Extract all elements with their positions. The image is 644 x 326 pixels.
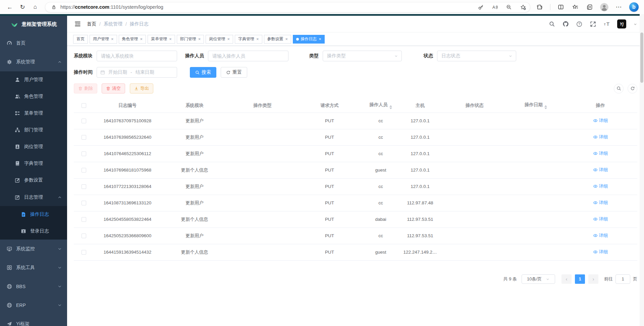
refresh-icon[interactable]: ↻ [17, 2, 28, 12]
sidebar-item-bbs[interactable]: BBS [0, 277, 67, 296]
close-tab-icon[interactable]: × [285, 37, 288, 41]
row-checkbox[interactable] [82, 217, 86, 222]
breadcrumb-home[interactable]: 首页 [87, 21, 96, 27]
tab-岗位管理[interactable]: 岗位管理× [206, 35, 233, 44]
sort-caret-icon[interactable] [389, 105, 392, 109]
detail-link[interactable]: 详细 [593, 233, 608, 239]
font-size-icon[interactable]: тT [603, 21, 610, 27]
detail-link[interactable]: 详细 [593, 200, 608, 206]
page-size-select[interactable]: 10条/页 [522, 274, 555, 284]
close-tab-icon[interactable]: × [140, 37, 143, 41]
fullscreen-icon[interactable] [590, 21, 596, 27]
tab-菜单管理[interactable]: 菜单管理× [148, 35, 175, 44]
help-icon[interactable]: ? [576, 21, 583, 27]
next-page-button[interactable]: › [588, 274, 598, 284]
close-tab-icon[interactable]: × [111, 37, 114, 41]
tab-字典管理[interactable]: 字典管理× [235, 35, 262, 44]
detail-link[interactable]: 详细 [593, 167, 608, 173]
goto-page-input[interactable] [615, 274, 630, 284]
row-checkbox[interactable] [82, 119, 86, 123]
module-input[interactable] [97, 51, 177, 61]
tab-部门管理[interactable]: 部门管理× [177, 35, 204, 44]
refresh-table-button[interactable] [628, 84, 637, 93]
lock-icon[interactable] [50, 3, 57, 11]
row-checkbox[interactable] [82, 250, 86, 255]
sidebar-item-post-management[interactable]: 岗位管理 [0, 138, 67, 155]
detail-link[interactable]: 详细 [593, 183, 608, 189]
search-button[interactable]: 搜索 [190, 67, 216, 78]
row-checkbox[interactable] [82, 151, 86, 156]
detail-link[interactable]: 详细 [593, 216, 608, 222]
user-avatar[interactable]: Yj [617, 19, 626, 28]
delete-button[interactable]: 删除 [74, 83, 97, 93]
clear-button[interactable]: 清空 [102, 83, 125, 93]
operator-input[interactable] [208, 51, 288, 61]
sidebar-item-yi-framework[interactable]: Yi框架 [0, 315, 67, 326]
sidebar-item-dept-management[interactable]: 部门管理 [0, 122, 67, 138]
sidebar-item-erp[interactable]: ERP [0, 296, 67, 315]
close-tab-icon[interactable]: × [256, 37, 259, 41]
favorites-icon[interactable] [571, 3, 579, 11]
sidebar-item-param-settings[interactable]: 参数设置 [0, 172, 67, 189]
close-tab-icon[interactable]: × [198, 37, 201, 41]
reset-button[interactable]: 重置 [221, 67, 247, 78]
page-1-button[interactable]: 1 [575, 274, 585, 284]
address-bar[interactable]: https://ccnetcore.com:1101/system/log/op… [45, 2, 530, 12]
detail-link[interactable]: 详细 [593, 249, 608, 255]
sidebar-item-system-tools[interactable]: 系统工具 [0, 258, 67, 277]
tab-角色管理[interactable]: 角色管理× [119, 35, 146, 44]
detail-link[interactable]: 详细 [593, 134, 608, 140]
tab-首页[interactable]: 首页 [73, 35, 88, 44]
github-icon[interactable] [562, 21, 569, 27]
sidebar-item-operation-log[interactable]: 操作日志 [0, 206, 67, 223]
tab-用户管理[interactable]: 用户管理× [90, 35, 117, 44]
sidebar-item-user-management[interactable]: 用户管理 [0, 71, 67, 88]
avatar-caret-down-icon[interactable] [633, 22, 637, 26]
home-icon[interactable]: ⌂ [30, 2, 41, 12]
back-icon[interactable]: ← [4, 2, 15, 12]
sidebar-item-home[interactable]: 首页 [0, 34, 67, 53]
tab-参数设置[interactable]: 参数设置× [264, 35, 291, 44]
row-checkbox[interactable] [82, 201, 86, 205]
select-all-checkbox[interactable] [82, 103, 86, 108]
read-aloud-icon[interactable]: A [491, 3, 498, 11]
sidebar-item-dict-management[interactable]: 字典管理 [0, 155, 67, 172]
tab-操作日志[interactable]: 操作日志× [293, 35, 325, 44]
close-tab-icon[interactable]: × [319, 37, 321, 41]
browser-profile-avatar[interactable] [600, 3, 608, 11]
prev-page-button[interactable]: ‹ [561, 274, 572, 284]
detail-link[interactable]: 详细 [593, 118, 608, 124]
detail-link[interactable]: 详细 [593, 150, 608, 156]
show-search-button[interactable] [614, 84, 624, 93]
row-checkbox[interactable] [82, 234, 86, 238]
collections-icon[interactable] [586, 3, 594, 11]
sidebar-item-login-log[interactable]: 登录日志 [0, 223, 67, 240]
sidebar-item-log-management[interactable]: 日志管理 [0, 189, 67, 206]
type-select[interactable]: 操作类型 [323, 51, 402, 61]
header-search-icon[interactable] [548, 21, 555, 27]
row-checkbox[interactable] [82, 135, 86, 140]
password-key-icon[interactable] [477, 3, 484, 11]
sidebar-item-menu-management[interactable]: 菜单管理 [0, 105, 67, 122]
zoom-out-icon[interactable] [505, 3, 513, 11]
status-select[interactable]: 日志状态 [437, 51, 516, 61]
sort-caret-icon[interactable] [544, 105, 547, 109]
row-checkbox[interactable] [82, 184, 86, 189]
bing-chat-icon[interactable]: b [629, 2, 639, 12]
row-checkbox[interactable] [82, 168, 86, 173]
close-tab-icon[interactable]: × [169, 37, 172, 41]
add-favorite-icon[interactable] [519, 3, 527, 11]
extensions-icon[interactable] [536, 3, 544, 11]
browser-scrollbar[interactable] [640, 14, 644, 326]
date-range-picker[interactable]: 开始日期 - 结束日期 [97, 67, 177, 78]
export-button[interactable]: 导出 [130, 83, 153, 93]
more-icon[interactable]: ⋯ [615, 3, 623, 11]
scrollbar-thumb[interactable] [640, 32, 643, 83]
module-label: 系统模块 [74, 53, 93, 59]
sidebar-item-system-management[interactable]: 系统管理 [0, 53, 67, 71]
sidebar-collapse-icon[interactable] [74, 21, 81, 27]
sidebar-item-role-management[interactable]: 角色管理 [0, 88, 67, 105]
sidebar-item-system-monitor[interactable]: 系统监控 [0, 240, 67, 258]
split-screen-icon[interactable] [557, 3, 565, 11]
close-tab-icon[interactable]: × [227, 37, 230, 41]
